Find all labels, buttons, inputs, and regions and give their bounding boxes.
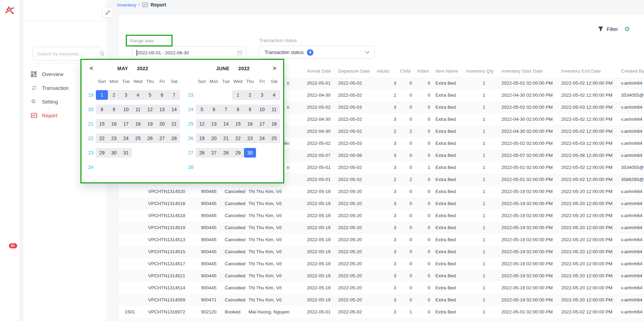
day-cell[interactable]: 13 (208, 119, 220, 129)
day-cell[interactable]: 21 (220, 133, 232, 143)
day-cell[interactable]: 16 (108, 119, 120, 129)
day-cell[interactable]: 8 (232, 105, 244, 114)
day-cell[interactable]: 24 (256, 133, 268, 143)
day-cell[interactable]: 5 (144, 90, 156, 100)
table-row[interactable]: 1807VPCHTN1322413905937BookedThi My Hanh… (119, 318, 644, 321)
table-row[interactable]: VPCHTN1314513900445CancelledThị Thu Kim,… (119, 234, 644, 246)
day-cell[interactable]: 12 (196, 119, 208, 129)
cell-code: VPCHTN1314513 (139, 234, 194, 246)
day-cell[interactable]: 24 (120, 133, 132, 143)
day-cell[interactable]: 2 (108, 90, 120, 100)
day-cell[interactable]: 16 (244, 119, 256, 129)
table-settings-gear-icon[interactable]: ⚙ (624, 26, 630, 32)
day-cell[interactable]: 6 (156, 90, 168, 100)
filter-button[interactable]: Filter (607, 26, 618, 32)
cell-inv_end: 2022-05-08 12:00:00 PM (556, 149, 616, 161)
day-cell[interactable]: 30 (108, 148, 120, 158)
table-row[interactable]: VPCHTN1314518900445CancelledThị Thu Kim,… (119, 210, 644, 222)
sidebar-collapse-button[interactable] (102, 7, 113, 18)
column-header-adults[interactable]: Adults (376, 65, 400, 77)
day-cell[interactable]: 7 (220, 105, 232, 114)
day-cell[interactable]: 18 (268, 119, 280, 129)
selected-day-cell[interactable]: 1 (96, 90, 108, 100)
column-header-inv_start[interactable]: Inventory Start Date (496, 65, 556, 77)
range-date-input[interactable]: 2022-05-01 - 2022-06-30 (132, 46, 246, 59)
day-cell[interactable]: 9 (108, 105, 120, 114)
day-cell[interactable]: 23 (244, 133, 256, 143)
day-cell[interactable]: 3 (256, 90, 268, 100)
table-row[interactable]: VPCHTN1314520900445CancelledThị Thu Kim,… (119, 185, 644, 197)
day-cell[interactable]: 20 (156, 119, 168, 129)
day-cell[interactable]: 27 (156, 133, 168, 143)
day-cell[interactable]: 26 (196, 148, 208, 158)
day-cell[interactable]: 10 (256, 105, 268, 114)
day-cell[interactable]: 4 (132, 90, 144, 100)
cell-inv_start: 2022-05-19 02:00:00 PM (496, 282, 556, 294)
column-header-departure[interactable]: Departure Date (336, 65, 376, 77)
table-row[interactable]: VPCHTN1314514900445CancelledThị Thu Kim,… (119, 282, 644, 294)
day-cell[interactable]: 8 (96, 105, 108, 114)
day-cell[interactable]: 5 (196, 105, 208, 114)
column-header-arrival[interactable]: Arrival Date (303, 65, 336, 77)
column-header-inv_end[interactable]: Inventory End Date (556, 65, 616, 77)
day-cell[interactable]: 2 (244, 90, 256, 100)
breadcrumb-inventory-link[interactable]: Inventory (117, 2, 136, 8)
column-header-child[interactable]: Child (400, 65, 417, 77)
day-cell[interactable]: 22 (96, 133, 108, 143)
day-cell[interactable]: 27 (208, 148, 220, 158)
day-cell[interactable]: 1 (232, 90, 244, 100)
column-header-item[interactable]: Item Name (435, 65, 466, 77)
table-row[interactable]: VPCHTN1314519900445CancelledThị Thu Kim,… (119, 222, 644, 234)
day-cell[interactable]: 18 (132, 119, 144, 129)
table-row[interactable]: VPCHTN1314516900445CancelledThị Thu Kim,… (119, 197, 644, 210)
app-logo-icon[interactable] (4, 5, 15, 16)
day-cell[interactable]: 14 (220, 119, 232, 129)
day-cell[interactable]: 11 (132, 105, 144, 114)
day-cell[interactable]: 23 (108, 133, 120, 143)
cell-departure: 2022-05-02 (336, 77, 376, 89)
day-cell[interactable]: 14 (168, 105, 180, 114)
day-cell[interactable]: 26 (144, 133, 156, 143)
table-row[interactable]: 1501VPCHTN1316972902120BookedMai Huong, … (119, 306, 644, 318)
day-cell[interactable]: 15 (232, 119, 244, 129)
day-cell[interactable]: 4 (268, 90, 280, 100)
day-cell[interactable]: 17 (120, 119, 132, 129)
table-row[interactable]: VPCHTN1314515900445CancelledThị Thu Kim,… (119, 246, 644, 258)
day-cell[interactable]: 29 (96, 148, 108, 158)
day-cell[interactable]: 12 (144, 105, 156, 114)
day-cell[interactable]: 6 (208, 105, 220, 114)
day-cell[interactable]: 22 (232, 133, 244, 143)
table-row[interactable]: VPCHTN1314521900445CancelledThị Thu Kim,… (119, 270, 644, 282)
day-cell[interactable]: 29 (232, 148, 244, 158)
day-cell[interactable]: 3 (120, 90, 132, 100)
day-cell[interactable]: 21 (168, 119, 180, 129)
cell-adults: 3 (376, 149, 400, 161)
transaction-status-select[interactable]: Transaction status 4 (259, 46, 375, 59)
day-cell[interactable]: 10 (120, 105, 132, 114)
search-icon[interactable] (99, 51, 105, 56)
day-cell[interactable]: 19 (196, 133, 208, 143)
table-row[interactable]: VPCHTN1314559900471CancelledThị Thu Kim,… (119, 294, 644, 306)
day-cell[interactable]: 11 (268, 105, 280, 114)
calendar-icon[interactable] (237, 50, 242, 55)
day-cell[interactable]: 25 (132, 133, 144, 143)
day-cell[interactable]: 15 (96, 119, 108, 129)
day-cell[interactable]: 31 (120, 148, 132, 158)
table-row[interactable]: VPCHTN1314517900445CancelledThị Thu Kim,… (119, 258, 644, 270)
column-header-qty[interactable]: Inventory Qty (466, 65, 496, 77)
column-header-infant[interactable]: Infant (417, 65, 435, 77)
day-cell[interactable]: 28 (220, 148, 232, 158)
cell-booking: 900445 (194, 185, 223, 197)
day-cell[interactable]: 7 (168, 90, 180, 100)
column-header-created[interactable]: Created By (616, 65, 644, 77)
filter-funnel-icon[interactable] (598, 26, 603, 32)
day-cell[interactable]: 28 (168, 133, 180, 143)
day-cell[interactable]: 25 (268, 133, 280, 143)
day-cell[interactable]: 19 (144, 119, 156, 129)
day-cell[interactable]: 13 (156, 105, 168, 114)
search-input[interactable] (33, 51, 99, 56)
selected-day-cell[interactable]: 30 (244, 148, 256, 158)
day-cell[interactable]: 20 (208, 133, 220, 143)
day-cell[interactable]: 17 (256, 119, 268, 129)
day-cell[interactable]: 9 (244, 105, 256, 114)
